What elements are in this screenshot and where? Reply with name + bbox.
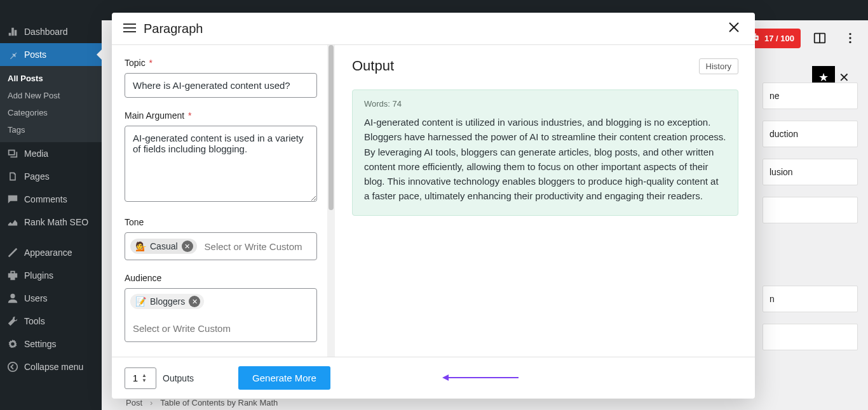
tone-chip: 💁 Casual ✕ — [130, 239, 197, 254]
scrollbar[interactable] — [327, 45, 335, 357]
modal-footer: ▲ ▼ Outputs Generate More — [112, 357, 755, 399]
svg-point-8 — [849, 33, 851, 35]
outputs-count-input[interactable] — [125, 373, 142, 383]
settings-icon — [6, 338, 19, 350]
casual-emoji-icon: 💁 — [135, 241, 146, 251]
sidebar-label: Tools — [24, 316, 45, 326]
sidebar-label: Comments — [24, 194, 67, 204]
sidebar-item-comments[interactable]: Comments — [0, 188, 102, 211]
editor-topbar-right: 17 / 100 — [744, 27, 862, 50]
sidebar-label: Settings — [24, 339, 57, 349]
media-icon — [6, 147, 19, 160]
sidebar-item-rankmath[interactable]: Rank Math SEO — [0, 211, 102, 234]
sidebar-label: Appearance — [24, 248, 72, 258]
appearance-icon — [6, 246, 19, 259]
annotation-arrow — [449, 377, 519, 378]
output-card: Words: 74 AI-generated content is utiliz… — [352, 89, 738, 216]
collapse-icon — [6, 360, 19, 373]
tone-placeholder: Select or Write Custom — [202, 239, 311, 255]
outputs-count-stepper[interactable]: ▲ ▼ — [125, 367, 156, 389]
sidebar-item-tools[interactable]: Tools — [0, 310, 102, 333]
word-count: Words: 74 — [364, 99, 726, 109]
breadcrumb-block[interactable]: Table of Contents by Rank Math — [160, 398, 278, 407]
panel-field[interactable]: duction — [763, 121, 858, 147]
sidebar-label: Users — [24, 293, 48, 303]
block-breadcrumb: Post › Table of Contents by Rank Math — [126, 398, 278, 407]
stepper-down-icon[interactable]: ▼ — [142, 378, 147, 383]
sidebar-item-appearance[interactable]: Appearance — [0, 241, 102, 264]
options-menu-button[interactable] — [839, 27, 862, 50]
topic-input[interactable] — [125, 73, 317, 98]
sidebar-label: Rank Math SEO — [24, 217, 88, 227]
sidebar-label: Posts — [24, 50, 46, 60]
modal-close-button[interactable] — [728, 20, 740, 37]
tools-icon — [6, 315, 19, 327]
history-button[interactable]: History — [699, 58, 738, 74]
output-text: AI-generated content is utilized in vari… — [364, 115, 726, 204]
remove-chip-button[interactable]: ✕ — [189, 296, 200, 307]
sidebar-item-pages[interactable]: Pages — [0, 165, 102, 188]
panel-field[interactable]: n — [763, 286, 858, 312]
sidebar-item-plugins[interactable]: Plugins — [0, 264, 102, 287]
modal-form-column: Topic * Main Argument * Tone 💁 Casual ✕ … — [112, 45, 336, 357]
argument-textarea[interactable] — [125, 126, 317, 202]
submenu-categories[interactable]: Categories — [0, 104, 102, 121]
svg-point-9 — [849, 37, 851, 39]
svg-point-0 — [10, 294, 15, 298]
rankmath-icon — [6, 216, 19, 228]
svg-point-10 — [849, 41, 851, 43]
menu-icon[interactable] — [123, 20, 136, 37]
svg-rect-5 — [755, 33, 756, 35]
right-settings-panel: ne duction lusion n — [763, 83, 858, 362]
modal-title: Paragraph — [144, 22, 728, 36]
sidebar-item-collapse[interactable]: Collapse menu — [0, 355, 102, 378]
dashboard-icon — [6, 25, 19, 38]
svg-point-1 — [8, 362, 17, 371]
submenu-add-new[interactable]: Add New Post — [0, 87, 102, 104]
pages-icon — [6, 170, 19, 183]
sidebar-item-posts[interactable]: Posts — [0, 43, 102, 66]
wp-admin-sidebar: Dashboard Posts All Posts Add New Post C… — [0, 20, 102, 410]
output-heading: Output — [352, 58, 394, 74]
submenu-tags[interactable]: Tags — [0, 121, 102, 138]
panel-field[interactable] — [763, 197, 858, 223]
comments-icon — [6, 193, 19, 206]
audience-label: Audience — [125, 273, 317, 283]
tone-chip-label: Casual — [150, 241, 178, 251]
modal-output-column: Output History Words: 74 AI-generated co… — [336, 45, 755, 357]
panel-field[interactable]: ne — [763, 83, 858, 109]
panel-field[interactable]: lusion — [763, 159, 858, 185]
tone-label: Tone — [125, 217, 317, 227]
chevron-right-icon: › — [150, 398, 153, 407]
svg-point-4 — [756, 37, 757, 38]
outputs-label: Outputs — [163, 373, 194, 383]
modal-header: Paragraph — [112, 13, 755, 45]
sidebar-label: Collapse menu — [24, 362, 83, 372]
ai-paragraph-modal: Paragraph Topic * Main Argument * Tone 💁… — [112, 13, 755, 399]
sidebar-item-settings[interactable]: Settings — [0, 333, 102, 355]
sidebar-label: Pages — [24, 171, 50, 182]
audience-placeholder: Select or Write Custom — [130, 321, 311, 336]
audience-input[interactable]: 📝 Bloggers ✕ Select or Write Custom — [125, 288, 317, 342]
sidebar-toggle-button[interactable] — [808, 27, 831, 50]
credits-text: 17 / 100 — [764, 34, 794, 43]
bloggers-emoji-icon: 📝 — [135, 296, 146, 307]
pin-icon — [6, 48, 19, 61]
generate-more-button[interactable]: Generate More — [238, 366, 330, 390]
breadcrumb-post[interactable]: Post — [126, 398, 142, 407]
sidebar-label: Dashboard — [24, 27, 68, 37]
remove-chip-button[interactable]: ✕ — [182, 241, 193, 252]
tone-input[interactable]: 💁 Casual ✕ Select or Write Custom — [125, 232, 317, 260]
sidebar-label: Media — [24, 149, 48, 159]
audience-chip-label: Bloggers — [150, 296, 185, 307]
sidebar-item-users[interactable]: Users — [0, 287, 102, 310]
topic-label: Topic * — [125, 58, 317, 68]
argument-label: Main Argument * — [125, 110, 317, 121]
audience-chip: 📝 Bloggers ✕ — [130, 294, 204, 309]
submenu-all-posts[interactable]: All Posts — [0, 70, 102, 87]
sidebar-item-media[interactable]: Media — [0, 142, 102, 165]
sidebar-label: Plugins — [24, 270, 53, 281]
panel-field[interactable] — [763, 324, 858, 350]
users-icon — [6, 292, 19, 305]
sidebar-item-dashboard[interactable]: Dashboard — [0, 20, 102, 43]
